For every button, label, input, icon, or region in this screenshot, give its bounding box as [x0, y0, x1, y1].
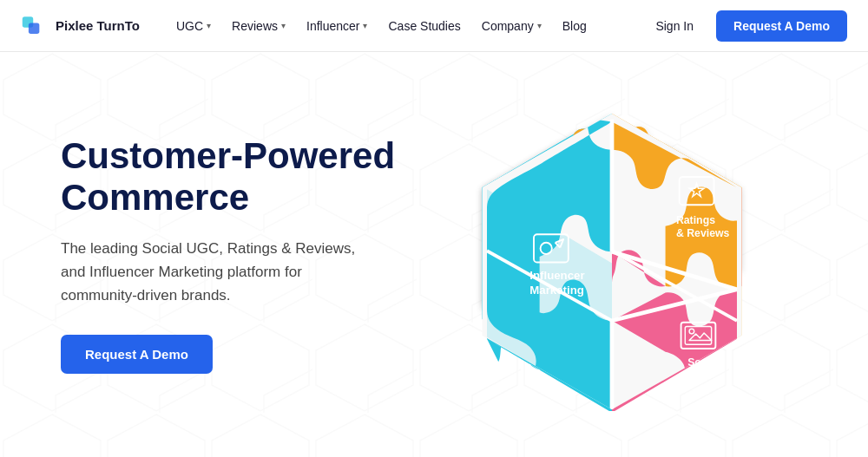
chevron-down-icon: ▾	[207, 21, 211, 30]
nav-item-ugc[interactable]: UGC ▾	[168, 14, 220, 38]
svg-rect-1	[29, 23, 39, 33]
logo-text: Pixlee TurnTo	[56, 18, 140, 33]
nav-links: UGC ▾ Reviews ▾ Influencer ▾ Case Studie…	[168, 14, 647, 38]
puzzle-svg: Influencer Marketing Ratings & Reviews S…	[447, 99, 777, 411]
puzzle-graphic: Influencer Marketing Ratings & Reviews S…	[447, 99, 777, 411]
nav-right: Sign In Request A Demo	[647, 10, 847, 42]
chevron-down-icon: ▾	[281, 21, 286, 30]
nav-item-blog[interactable]: Blog	[554, 14, 595, 38]
nav-item-company[interactable]: Company ▾	[473, 14, 550, 38]
nav-item-reviews[interactable]: Reviews ▾	[223, 14, 294, 38]
logo-icon	[21, 12, 49, 40]
nav-demo-button[interactable]: Request A Demo	[716, 10, 847, 42]
nav-item-case-studies[interactable]: Case Studies	[379, 14, 469, 38]
svg-text:UGC: UGC	[687, 369, 711, 382]
chevron-down-icon: ▾	[537, 21, 542, 30]
ugc-label: Social	[687, 356, 719, 368]
chevron-down-icon: ▾	[363, 21, 367, 30]
navbar: Pixlee TurnTo UGC ▾ Reviews ▾ Influencer…	[0, 0, 868, 52]
hero-graphic: Influencer Marketing Ratings & Reviews S…	[408, 99, 816, 411]
hero-section: Customer-Powered Commerce The leading So…	[0, 52, 868, 457]
nav-item-influencer[interactable]: Influencer ▾	[298, 14, 376, 38]
logo[interactable]: Pixlee TurnTo	[21, 12, 140, 40]
ratings-label: Ratings	[676, 214, 715, 226]
hero-title: Customer-Powered Commerce	[61, 135, 408, 219]
hero-description: The leading Social UGC, Ratings & Review…	[61, 237, 356, 308]
influencer-label: Influencer	[529, 269, 584, 282]
hero-content: Customer-Powered Commerce The leading So…	[61, 135, 408, 374]
sign-in-button[interactable]: Sign In	[647, 14, 702, 38]
svg-text:Marketing: Marketing	[529, 284, 584, 297]
svg-text:& Reviews: & Reviews	[676, 227, 730, 239]
hero-cta-button[interactable]: Request A Demo	[61, 335, 213, 374]
